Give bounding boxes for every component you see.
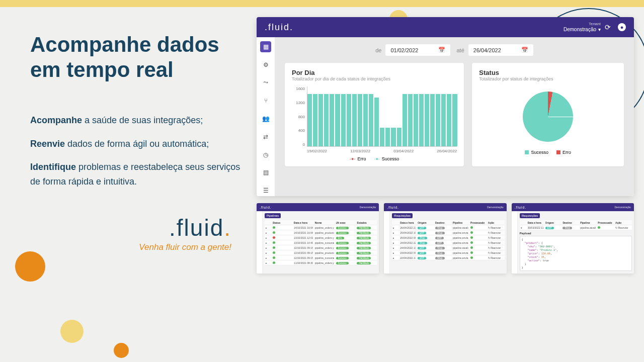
calendar-icon: 📅 bbox=[438, 47, 445, 53]
bar bbox=[341, 94, 346, 146]
bar bbox=[330, 94, 334, 146]
bar bbox=[313, 94, 317, 146]
table-row[interactable]: ▸25/04/2022 08:42ShopERPpipeline.envia.p… bbox=[392, 235, 504, 240]
bar bbox=[419, 94, 424, 146]
sidebar-split-icon[interactable]: ⑂ bbox=[260, 95, 271, 106]
feature-list: Acompanhe a saúde de suas integrações; R… bbox=[30, 113, 252, 189]
card-per-day: Por Dia Totalizador por dia de cada stat… bbox=[285, 63, 464, 166]
payload-code: { "product": { "sku": "SKU-0001", "name"… bbox=[520, 236, 632, 271]
bar-chart: 160012008004000 bbox=[292, 86, 457, 147]
date-to-input[interactable]: 26/04/2022 📅 bbox=[468, 44, 533, 56]
pie-chart bbox=[523, 92, 573, 142]
payload-label: Payload bbox=[520, 232, 632, 235]
bar bbox=[369, 94, 373, 146]
sidebar-settings-icon[interactable]: ⚙ bbox=[260, 59, 271, 70]
table-row[interactable]: ▸12/10/2021 09:15pipeline_customers.ymlS… bbox=[265, 255, 377, 260]
bar bbox=[307, 94, 312, 146]
bar bbox=[452, 94, 457, 146]
date-from-label: de bbox=[375, 47, 381, 53]
bar bbox=[391, 128, 395, 146]
thumbnail-requests: .fluid.Demonstração Requisições Data e h… bbox=[384, 203, 506, 274]
legend-error: Erro bbox=[556, 150, 571, 155]
calendar-icon: 📅 bbox=[521, 47, 528, 53]
bar bbox=[374, 98, 379, 146]
bar bbox=[447, 94, 451, 146]
date-range-row: de 01/02/2022 📅 até 26/04/2022 📅 bbox=[285, 44, 624, 56]
bar bbox=[430, 94, 435, 146]
brand-block: .fluid. Venha fluir com a gente! bbox=[30, 214, 252, 252]
account-icon[interactable]: ● bbox=[618, 23, 626, 31]
bar bbox=[397, 128, 401, 146]
bar bbox=[363, 94, 368, 146]
table-row[interactable]: ▸13/10/2021 12:01pipeline_orders.ymlErro… bbox=[265, 235, 377, 240]
thumbnail-payload: .fluid.Demonstração Requisições Data e h… bbox=[512, 203, 634, 274]
table-row[interactable]: ▸14/10/2021 16:54pipeline_orders.ymlSuce… bbox=[265, 225, 377, 230]
app-logo: .fluid. bbox=[265, 22, 564, 33]
table-row[interactable]: ▸13/10/2021 10:40pipeline_customers.ymlS… bbox=[265, 240, 377, 245]
app-screenshot: .fluid. Tenant Demonstração▾ ⟳ ● ▦ ⚙ ⤳ ⑂… bbox=[257, 17, 634, 196]
legend-success: Sucesso bbox=[525, 150, 548, 155]
table-row[interactable]: ▸25/04/2022 19:00ERPShoppipeline.envia.p… bbox=[392, 230, 504, 235]
bullet-text: dados de forma ágil ou automática; bbox=[65, 139, 209, 149]
date-to-label: até bbox=[456, 47, 464, 53]
tenant-selector[interactable]: Tenant Demonstração▾ bbox=[564, 22, 601, 33]
table-row[interactable]: ▸24/04/2022 11:05ERPShoppipeline.atualiz… bbox=[392, 245, 504, 250]
bar bbox=[436, 94, 440, 146]
bar bbox=[335, 94, 340, 146]
app-sidebar: ▦ ⚙ ⤳ ⑂ 👥 ⇄ ◷ ▤ ☰ bbox=[257, 37, 275, 196]
bullet-bold: Acompanhe bbox=[30, 115, 82, 125]
table-row[interactable]: ▸22/04/2022 17:14ERPShoppipeline.envia.p… bbox=[392, 255, 504, 260]
table-row[interactable]: ▸23/04/2022 09:38ERPShoppipeline.envia.p… bbox=[392, 250, 504, 255]
bullet-text: a saúde de suas integrações; bbox=[82, 115, 203, 125]
brand-tagline: Venha fluir com a gente! bbox=[30, 242, 231, 252]
refresh-icon[interactable]: ⟳ bbox=[605, 23, 611, 31]
bar bbox=[385, 128, 390, 146]
bar bbox=[358, 94, 362, 146]
sidebar-dashboard-icon[interactable]: ▦ bbox=[260, 41, 271, 52]
chevron-down-icon: ▾ bbox=[598, 27, 601, 33]
sidebar-history-icon[interactable]: ◷ bbox=[260, 149, 271, 160]
bar bbox=[441, 94, 446, 146]
bar bbox=[352, 94, 357, 146]
bar bbox=[318, 94, 323, 146]
bar bbox=[380, 128, 384, 146]
bar bbox=[347, 94, 351, 146]
bar bbox=[324, 94, 329, 146]
bar bbox=[425, 94, 429, 146]
bullet-bold: Identifique bbox=[30, 162, 76, 172]
legend-success: -●-Sucesso bbox=[374, 156, 399, 161]
sidebar-flows-icon[interactable]: ⤳ bbox=[260, 77, 271, 88]
sidebar-users-icon[interactable]: 👥 bbox=[260, 113, 271, 124]
card-status: Status Totalizador por status de integra… bbox=[472, 63, 624, 166]
table-row[interactable]: ▸12/10/2021 09:15pipeline_products.ymlSu… bbox=[265, 250, 377, 255]
bar bbox=[414, 94, 418, 146]
table-row[interactable]: ▸12/10/2021 09:15pipeline_orders.ymlSuce… bbox=[265, 245, 377, 250]
thumbnail-pipelines: .fluid.Demonstração Pipelines StatusData… bbox=[257, 203, 379, 274]
table-row[interactable]: ▸26/04/2022 21:30ERPShoppipeline.atualiz… bbox=[392, 225, 504, 230]
table-row[interactable]: ▾30/03/2022 11:40ERPShoppipeline.atualiz… bbox=[520, 225, 632, 230]
table-row[interactable]: ▸24/04/2022 22:11ShopERPpipeline.envia.p… bbox=[392, 240, 504, 245]
page-heading: Acompanhe dados em tempo real bbox=[30, 32, 252, 83]
sidebar-transfer-icon[interactable]: ⇄ bbox=[260, 131, 271, 142]
brand-logo: .fluid. bbox=[30, 214, 231, 241]
table-row[interactable]: ▸14/10/2021 16:54pipeline_products.ymlSu… bbox=[265, 230, 377, 235]
bar bbox=[408, 94, 413, 146]
app-header: .fluid. Tenant Demonstração▾ ⟳ ● bbox=[257, 17, 634, 37]
sidebar-list-icon[interactable]: ☰ bbox=[260, 185, 271, 196]
date-from-input[interactable]: 01/02/2022 📅 bbox=[385, 44, 450, 56]
sidebar-calendar-icon[interactable]: ▤ bbox=[260, 167, 271, 178]
table-row[interactable]: ▸11/10/2021 08:30pipeline_orders.ymlSuce… bbox=[265, 260, 377, 265]
legend-error: -●-Erro bbox=[350, 156, 366, 161]
bar bbox=[403, 94, 407, 146]
top-accent-bar bbox=[0, 0, 644, 7]
bullet-bold: Reenvie bbox=[30, 139, 65, 149]
